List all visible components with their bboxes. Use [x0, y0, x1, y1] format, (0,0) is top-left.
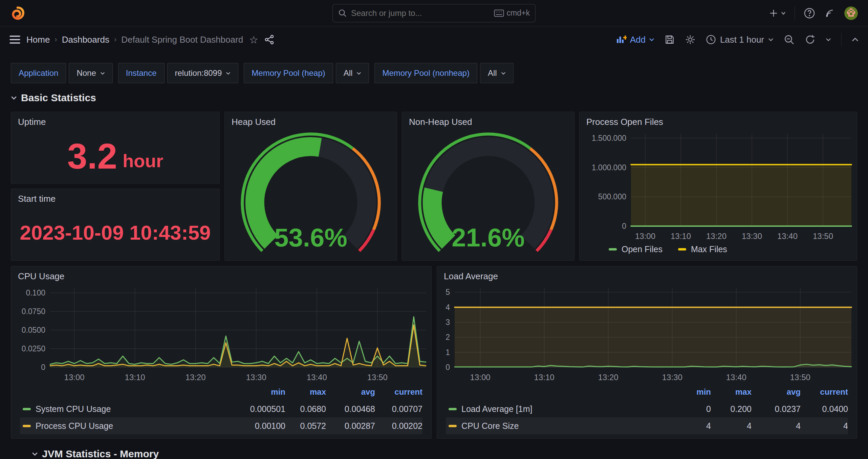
filter-nonheap-value-dropdown[interactable]: All — [480, 63, 514, 83]
legend-swatch — [678, 248, 686, 250]
legend-item-max-files[interactable]: Max Files — [678, 244, 727, 254]
filter-nonheap-label[interactable]: Memory Pool (nonheap) — [374, 63, 477, 83]
start-time-value: 2023-10-09 10:43:59 — [20, 223, 211, 243]
legend-row-system-cpu[interactable]: System CPU Usage 0.000501 0.0680 0.00468… — [20, 400, 422, 417]
svg-text:0: 0 — [446, 363, 450, 372]
legend-row-process-cpu[interactable]: Process CPU Usage 0.00100 0.0572 0.00287… — [20, 417, 422, 434]
legend-col-avg[interactable]: avg — [326, 387, 375, 397]
filter-instance-value-dropdown[interactable]: relution:8099 — [167, 63, 239, 83]
time-range-picker[interactable]: Last 1 hour — [706, 35, 774, 45]
panel-title[interactable]: Non-Heap Used — [402, 112, 574, 129]
panel-title[interactable]: Start time — [11, 189, 219, 205]
svg-text:5: 5 — [446, 288, 450, 297]
legend-item-open-files[interactable]: Open Files — [609, 244, 663, 254]
panel-title[interactable]: Process Open Files — [580, 112, 857, 129]
breadcrumb: Home › Dashboards › Default Spring Boot … — [26, 35, 243, 45]
svg-text:13:00: 13:00 — [64, 373, 85, 382]
filter-heap-label[interactable]: Memory Pool (heap) — [244, 63, 333, 83]
hamburger-menu-icon[interactable] — [9, 35, 20, 44]
breadcrumb-current: Default Spring Boot Dashboard — [121, 35, 243, 45]
search-input[interactable] — [351, 8, 490, 18]
new-menu-button[interactable] — [769, 9, 786, 18]
grafana-logo[interactable] — [10, 6, 25, 21]
panel-title[interactable]: Heap Used — [225, 112, 397, 129]
legend-col-min[interactable]: min — [238, 387, 285, 397]
favorite-star-icon[interactable]: ☆ — [249, 34, 258, 46]
dashboard-content: Application None Instance relution:8099 … — [0, 63, 868, 459]
chevron-down-icon — [100, 72, 105, 75]
legend-col-max[interactable]: max — [285, 387, 326, 397]
panel-start-time: Start time 2023-10-09 10:43:59 — [11, 189, 220, 261]
svg-text:13:40: 13:40 — [726, 373, 746, 382]
svg-text:13:30: 13:30 — [662, 373, 682, 382]
uptime-unit: hour — [123, 150, 163, 171]
panel-title[interactable]: CPU Usage — [11, 266, 431, 283]
breadcrumb-home[interactable]: Home — [26, 35, 50, 45]
svg-text:0.0750: 0.0750 — [22, 307, 45, 316]
section-jvm-statistics-memory[interactable]: JVM Statistics - Memory — [32, 448, 857, 459]
share-icon[interactable] — [264, 35, 275, 45]
uptime-value: 3.2 — [67, 138, 117, 174]
section-basic-statistics[interactable]: Basic Statistics — [11, 92, 857, 104]
panel-nonheap-used: Non-Heap Used 21.6% — [402, 112, 574, 261]
svg-text:0.0500: 0.0500 — [22, 326, 45, 334]
svg-text:1: 1 — [446, 348, 450, 357]
add-panel-icon — [616, 35, 627, 44]
svg-text:13:20: 13:20 — [186, 373, 206, 382]
zoom-out-icon[interactable] — [784, 34, 795, 45]
svg-text:13:50: 13:50 — [813, 232, 833, 241]
filter-instance-label[interactable]: Instance — [118, 63, 165, 83]
legend-swatch — [449, 425, 457, 427]
legend-col-avg[interactable]: avg — [752, 387, 801, 397]
nav-divider — [795, 6, 795, 20]
filter-application-value-dropdown[interactable]: None — [69, 63, 112, 83]
panel-row-2: CPU Usage 00.02500.05000.07500.10013:001… — [11, 266, 857, 439]
open-files-chart: 0500.0001.000.0001.500.00013:0013:1013:2… — [580, 129, 857, 242]
legend-col-min[interactable]: min — [664, 387, 711, 397]
refresh-interval-chevron-icon[interactable] — [826, 38, 831, 41]
user-avatar[interactable] — [844, 6, 858, 20]
legend-row-load-average[interactable]: Load Average [1m] 0 0.200 0.0237 0.0400 — [446, 400, 848, 417]
panel-title[interactable]: Uptime — [11, 112, 219, 129]
heap-used-gauge: 53.6% — [225, 129, 397, 260]
add-panel-button[interactable]: Add — [616, 35, 654, 45]
legend-swatch — [23, 408, 31, 410]
legend-swatch — [23, 425, 31, 427]
filter-memory-pool-nonheap: Memory Pool (nonheap) All — [374, 63, 513, 83]
svg-text:4: 4 — [446, 303, 450, 312]
panel-title[interactable]: Load Average — [437, 266, 857, 283]
svg-text:3: 3 — [446, 318, 450, 327]
svg-text:13:10: 13:10 — [534, 373, 555, 382]
save-dashboard-icon[interactable] — [665, 35, 675, 45]
legend-col-current[interactable]: current — [375, 387, 422, 397]
load-average-chart: 01234513:0013:1013:2013:3013:4013:50 — [437, 283, 857, 384]
toolbar-divider — [841, 33, 842, 46]
chevron-down-icon — [356, 72, 361, 75]
legend-header-row: min max avg current — [446, 384, 848, 400]
filter-heap-value-dropdown[interactable]: All — [336, 63, 369, 83]
dashboard-settings-gear-icon[interactable] — [685, 34, 696, 45]
svg-text:500.000: 500.000 — [598, 192, 626, 201]
legend-col-max[interactable]: max — [711, 387, 752, 397]
variable-filters-row: Application None Instance relution:8099 … — [11, 63, 857, 83]
legend-col-current[interactable]: current — [801, 387, 848, 397]
svg-text:1.000.000: 1.000.000 — [592, 163, 626, 172]
cpu-usage-legend-table: min max avg current System CPU Usage 0.0… — [11, 384, 431, 438]
filter-application-label[interactable]: Application — [11, 63, 66, 83]
svg-text:13:30: 13:30 — [742, 232, 762, 241]
refresh-icon[interactable] — [805, 34, 816, 45]
news-icon[interactable] — [824, 7, 836, 19]
global-search[interactable]: cmd+k — [332, 4, 536, 22]
svg-text:13:40: 13:40 — [307, 373, 327, 382]
filter-instance: Instance relution:8099 — [118, 63, 239, 83]
section-chevron-down-icon — [11, 96, 17, 100]
svg-text:13:20: 13:20 — [598, 373, 619, 382]
breadcrumb-dashboards[interactable]: Dashboards — [62, 35, 109, 45]
legend-row-cpu-core-size[interactable]: CPU Core Size 4 4 4 4 — [446, 417, 848, 434]
chevron-down-icon — [768, 38, 774, 41]
chevron-down-icon — [226, 72, 231, 75]
help-icon[interactable] — [804, 7, 815, 19]
collapse-toolbar-caret-icon[interactable] — [852, 38, 859, 42]
legend-header-row: min max avg current — [20, 384, 422, 400]
uptime-stat: 3.2 hour — [11, 129, 219, 183]
